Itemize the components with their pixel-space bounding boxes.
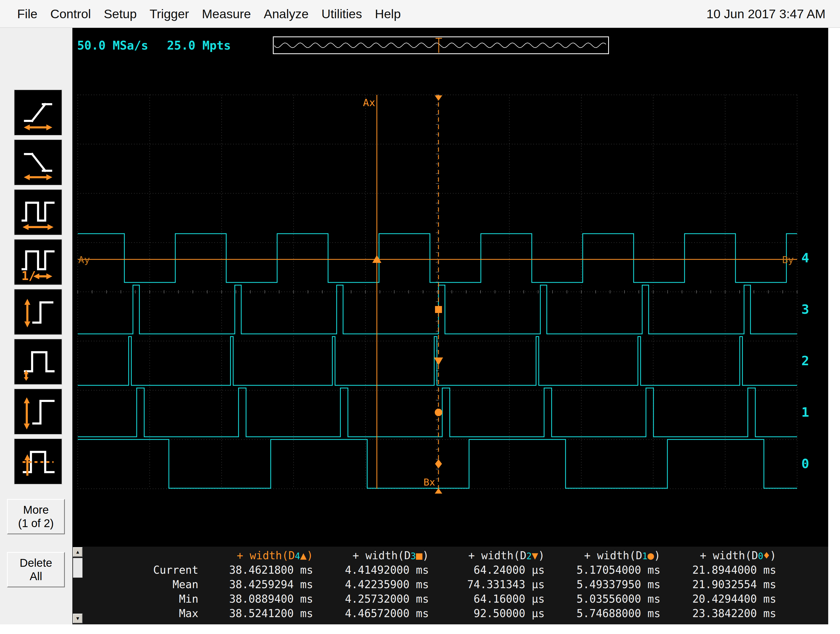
channel-label-4: 4	[801, 250, 809, 265]
measurement-marker-d3	[435, 306, 442, 313]
tool-frequency-button[interactable]: 1/	[14, 239, 62, 285]
tool-peak-to-peak-button[interactable]	[14, 388, 62, 435]
measurement-row-label: Current	[83, 564, 206, 576]
menu-item-control[interactable]: Control	[51, 6, 91, 21]
scope-display-area: 43210AxAyByBx 50.0 MSa/s 25.0 Mpts	[73, 28, 828, 547]
measurement-value-d0-max: 23.3842200 ms	[669, 607, 785, 620]
by-cursor-label: By	[782, 254, 794, 265]
waveform-graticule[interactable]: 43210AxAyByBx	[73, 28, 828, 547]
delete-label-line1: Delete	[20, 556, 52, 570]
digital-channel-4-waveform	[78, 233, 797, 282]
measurement-table: + width(D4▲)+ width(D3■)+ width(D2▼)+ wi…	[83, 548, 828, 621]
measurement-value-d1-max: 5.74688000 ms	[554, 607, 669, 620]
bx-top-marker	[435, 95, 442, 101]
more-label-line2: (1 of 2)	[18, 517, 54, 530]
memory-depth: 25.0 Mpts	[167, 39, 231, 52]
measurement-marker-d2	[434, 358, 443, 365]
menu-bar: FileControlSetupTriggerMeasureAnalyzeUti…	[0, 0, 840, 28]
clock: 10 Jun 2017 3:47 AM	[707, 6, 840, 21]
menu-item-utilities[interactable]: Utilities	[321, 6, 362, 21]
average-icon	[19, 442, 57, 481]
measurement-value-d1-min: 5.03556000 ms	[554, 593, 669, 605]
measurement-row-label: Max	[83, 607, 206, 620]
measurement-header-d0[interactable]: + width(D0♦)	[669, 549, 785, 561]
measurement-row-max: Max38.5241200 ms4.46572000 ms92.50000 µs…	[83, 606, 828, 621]
measurement-value-d1-mean: 5.49337950 ms	[554, 578, 669, 591]
channel-label-2: 2	[801, 353, 809, 368]
measurement-value-d1-current: 5.17054000 ms	[554, 564, 669, 576]
menu-item-analyze[interactable]: Analyze	[264, 6, 308, 21]
measurement-value-d4-max: 38.5241200 ms	[206, 607, 322, 620]
measurement-value-d4-mean: 38.4259294 ms	[206, 578, 322, 591]
memory-overview-bar[interactable]	[273, 36, 609, 54]
measurement-header-d4[interactable]: + width(D4▲)	[206, 549, 322, 561]
measurement-value-d0-mean: 21.9032554 ms	[669, 578, 785, 591]
pulse-width-icon	[19, 193, 57, 231]
measurement-marker-d1	[435, 408, 442, 416]
measurement-value-d0-current: 21.8944000 ms	[669, 564, 785, 576]
menu-item-measure[interactable]: Measure	[202, 6, 251, 21]
tool-overshoot-button[interactable]	[14, 339, 62, 385]
bx-cursor-label: Bx	[423, 477, 435, 488]
delete-all-button[interactable]: Delete All	[7, 552, 65, 587]
tool-buttons: 1/	[14, 90, 62, 484]
more-label-line1: More	[23, 503, 49, 517]
tool-average-button[interactable]	[14, 438, 62, 484]
measurement-row-current: Current38.4621800 ms4.41492000 ms64.2400…	[83, 563, 828, 577]
measurement-header-d3[interactable]: + width(D3■)	[322, 549, 438, 561]
delete-label-line2: All	[30, 570, 43, 583]
memory-overview-waveform	[274, 37, 608, 53]
svg-text:1/: 1/	[21, 269, 36, 281]
results-scrollbar: ▲ ▼	[73, 547, 83, 625]
measurement-value-d4-min: 38.0889400 ms	[206, 593, 322, 605]
measurement-toolbar: 1/ More (1 of 2) Delete All	[0, 28, 73, 625]
measurement-value-d3-min: 4.25732000 ms	[322, 593, 438, 605]
scroll-up-button[interactable]: ▲	[73, 547, 82, 557]
measurement-value-d3-current: 4.41492000 ms	[322, 564, 438, 576]
memory-waveform-trace	[275, 43, 606, 48]
measurement-header-d2[interactable]: + width(D2▼)	[438, 549, 554, 561]
menu-item-help[interactable]: Help	[375, 6, 401, 21]
measurement-row-min: Min38.0889400 ms4.25732000 ms64.16000 µs…	[83, 591, 828, 606]
menu-item-file[interactable]: File	[17, 6, 38, 21]
tool-pulse-width-button[interactable]	[14, 189, 62, 235]
more-button[interactable]: More (1 of 2)	[7, 499, 65, 534]
measurement-value-d2-min: 64.16000 µs	[438, 593, 554, 605]
amplitude-icon	[19, 293, 57, 331]
measurement-results-panel: ▲ ▼ + width(D4▲)+ width(D3■)+ width(D2▼)…	[73, 547, 828, 625]
measurement-value-d3-mean: 4.42235900 ms	[322, 578, 438, 591]
channel-label-1: 1	[801, 405, 809, 420]
tool-fall-time-button[interactable]	[14, 139, 62, 185]
channel-label-3: 3	[801, 302, 809, 317]
measurement-value-d2-mean: 74.331343 µs	[438, 578, 554, 591]
frequency-icon: 1/	[19, 243, 57, 281]
measurement-value-d0-min: 20.4294400 ms	[669, 593, 785, 605]
measurement-value-d2-max: 92.50000 µs	[438, 607, 554, 620]
measurement-value-d2-current: 64.24000 µs	[438, 564, 554, 576]
measurement-marker-d0	[435, 459, 442, 468]
overshoot-icon	[19, 343, 57, 381]
menu-item-trigger[interactable]: Trigger	[150, 6, 189, 21]
channel-label-0: 0	[801, 456, 809, 471]
measurement-row-label: Min	[83, 593, 206, 605]
acquisition-status: 50.0 MSa/s 25.0 Mpts	[77, 39, 231, 52]
peak-to-peak-icon	[19, 393, 57, 431]
tool-amplitude-button[interactable]	[14, 289, 62, 335]
measurement-row-mean: Mean38.4259294 ms4.42235900 ms74.331343 …	[83, 577, 828, 591]
rise-time-icon	[19, 93, 57, 132]
tool-rise-time-button[interactable]	[14, 90, 62, 136]
measurement-row-label: Mean	[83, 578, 206, 591]
scroll-down-button[interactable]: ▼	[73, 613, 82, 623]
ax-cursor-label: Ax	[363, 97, 375, 109]
menu-item-setup[interactable]: Setup	[104, 6, 137, 21]
ay-cursor-label: Ay	[78, 254, 90, 265]
menu-items: FileControlSetupTriggerMeasureAnalyzeUti…	[0, 6, 401, 21]
measurement-header-d1[interactable]: + width(D1●)	[554, 549, 669, 561]
sample-rate: 50.0 MSa/s	[77, 39, 148, 52]
fall-time-icon	[19, 144, 57, 181]
measurement-value-d3-max: 4.46572000 ms	[322, 607, 438, 620]
scroll-thumb[interactable]	[73, 558, 82, 578]
measurement-value-d4-current: 38.4621800 ms	[206, 564, 322, 576]
